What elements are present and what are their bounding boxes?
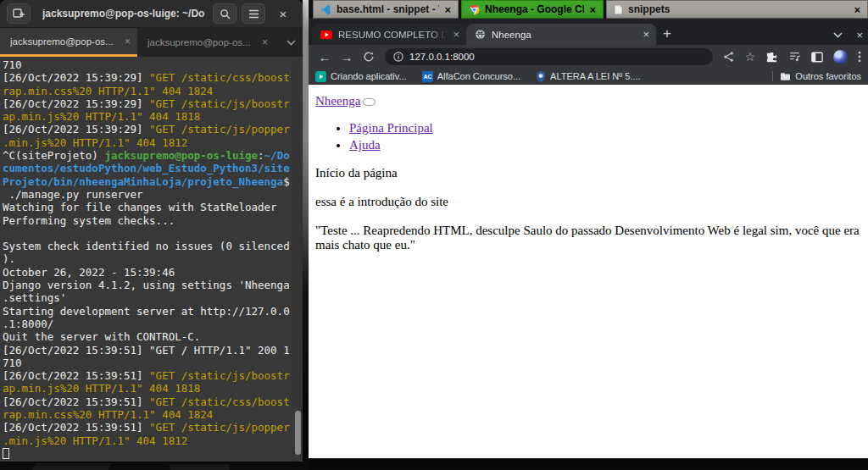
browser-tab-label: RESUMO COMPLETO DE HUNTE bbox=[338, 30, 447, 40]
terminal-line: rap.min.css%20 HTTP/1.1" 404 1824 bbox=[3, 85, 301, 97]
terminal-line: 710 bbox=[3, 58, 301, 71]
taskbar-window-label: Nheenga - Google Chrome bbox=[485, 3, 584, 15]
terminal-line: Quit the server with CONTROL-C. bbox=[3, 330, 301, 343]
side-panel-icon[interactable] bbox=[811, 52, 823, 63]
teal-play-icon bbox=[315, 71, 326, 82]
close-icon[interactable]: × bbox=[643, 28, 649, 41]
bookmark-item-1[interactable]: ACAlfaCon Concurso... bbox=[422, 71, 520, 82]
terminal-line: .1:8000/ bbox=[3, 318, 301, 330]
extensions-icon[interactable] bbox=[765, 51, 778, 64]
close-icon[interactable]: × bbox=[262, 36, 268, 48]
terminal-line: Projeto/bin/nheengaMinhaLoja/projeto_Nhe… bbox=[3, 175, 301, 188]
bookmark-label: AlfaCon Concurso... bbox=[437, 71, 520, 81]
terminal-line: Performing system checks... bbox=[3, 214, 301, 227]
taskbar-window-label: base.html - snippet - Visual ... bbox=[337, 3, 439, 15]
other-bookmarks-button[interactable]: Outros favoritos bbox=[780, 71, 861, 81]
bookmark-star-icon[interactable]: ☆ bbox=[744, 50, 755, 64]
taskbar-window-button-0[interactable]: base.html - snippet - Visual ...× bbox=[313, 0, 459, 19]
search-icon bbox=[220, 8, 231, 19]
terminal-line: [26/Oct/2022 15:39:51] "GET /static/css/… bbox=[3, 395, 301, 408]
terminal-cursor bbox=[3, 448, 9, 459]
bookmarks-bar: Criando aplicativ...ACAlfaCon Concurso..… bbox=[309, 69, 868, 85]
new-tab-icon bbox=[13, 8, 25, 19]
browser-tab-1[interactable]: Nheenga× bbox=[466, 24, 656, 45]
terminal-line: Watching for file changes with StatReloa… bbox=[3, 201, 301, 213]
terminal-line: System check identified no issues (0 sil… bbox=[3, 240, 301, 252]
page-nav-item-0: Página Principal bbox=[349, 121, 861, 135]
terminal-line: rap.min.css%20 HTTP/1.1" 404 1824 bbox=[3, 408, 301, 421]
terminal-line: ). bbox=[3, 252, 301, 265]
taskbar: base.html - snippet - Visual ...×Nheenga… bbox=[309, 0, 868, 19]
page-nav-list: Página PrincipalAjuda bbox=[315, 121, 861, 152]
broken-image-icon bbox=[363, 98, 376, 106]
terminal-scrollbar[interactable] bbox=[294, 57, 302, 462]
taskbar-window-button-2[interactable]: snippets× bbox=[606, 0, 868, 19]
chevron-down-icon bbox=[287, 40, 296, 46]
other-bookmarks-label: Outros favoritos bbox=[795, 71, 861, 81]
bookmark-item-2[interactable]: ALTERA A LEI Nº 5.... bbox=[536, 71, 641, 82]
page-paragraph-1: essa é a introdução do site bbox=[315, 195, 861, 209]
terminal-search-button[interactable] bbox=[213, 3, 236, 24]
kebab-menu-icon[interactable] bbox=[858, 51, 861, 63]
bookmark-item-0[interactable]: Criando aplicativ... bbox=[315, 71, 407, 82]
taskbar-window-button-1[interactable]: Nheenga - Google Chrome× bbox=[461, 0, 604, 19]
close-icon[interactable]: × bbox=[444, 3, 451, 16]
terminal-tab-label: jacksupremo@pop-os... bbox=[10, 36, 120, 47]
terminal-new-tab-button[interactable] bbox=[7, 3, 31, 24]
terminal-line: [26/Oct/2022 15:39:51] "GET / HTTP/1.1" … bbox=[3, 344, 301, 357]
alfacon-icon: AC bbox=[422, 71, 433, 82]
terminal-line: October 26, 2022 - 15:39:46 bbox=[3, 266, 301, 279]
terminal-tab-chevron[interactable] bbox=[287, 28, 296, 57]
forward-button[interactable]: → bbox=[337, 50, 356, 64]
close-icon[interactable]: × bbox=[125, 36, 131, 47]
desktop-wallpaper-gap bbox=[303, 0, 309, 470]
desktop: jacksupremo@pop-os-luige: ~/Documen... ×… bbox=[0, 0, 868, 470]
terminal-menu-button[interactable] bbox=[242, 3, 265, 24]
chrome-close-window-button[interactable]: × bbox=[856, 29, 863, 41]
terminal-close-button[interactable]: × bbox=[272, 3, 294, 24]
page-nav-link-0[interactable]: Página Principal bbox=[349, 121, 433, 135]
page-nav-link-1[interactable]: Ajuda bbox=[349, 138, 381, 152]
crest-icon bbox=[536, 71, 546, 82]
terminal-line: .min.js%20 HTTP/1.1" 404 1812 bbox=[3, 434, 301, 447]
site-home-link[interactable]: Nheenga bbox=[315, 94, 360, 108]
desktop-wallpaper-bottom bbox=[0, 462, 309, 470]
terminal-line: ./manage.py runserver bbox=[3, 188, 301, 201]
terminal-tab-0[interactable]: jacksupremo@pop-os...× bbox=[0, 28, 137, 57]
back-button[interactable]: ← bbox=[315, 50, 334, 64]
profile-avatar[interactable] bbox=[833, 50, 848, 64]
terminal-output[interactable]: 710[26/Oct/2022 15:39:29] "GET /static/c… bbox=[0, 57, 303, 462]
terminal-line: [26/Oct/2022 15:39:51] "GET /static/js/p… bbox=[3, 421, 301, 434]
terminal-line: [26/Oct/2022 15:39:29] "GET /static/js/p… bbox=[3, 123, 301, 135]
svg-text:AC: AC bbox=[423, 74, 431, 80]
taskbar-window-label: snippets bbox=[628, 3, 670, 15]
terminal-line: .settings' bbox=[3, 291, 301, 304]
tab-search-chevron-icon[interactable] bbox=[833, 32, 843, 38]
terminal-line: [26/Oct/2022 15:39:29] "GET /static/js/b… bbox=[3, 97, 301, 110]
chrome-toolbar: ← → 127.0.0.1:8000 bbox=[309, 45, 868, 69]
reload-icon bbox=[363, 51, 375, 63]
media-controls-icon[interactable] bbox=[788, 51, 801, 63]
reload-button[interactable] bbox=[359, 51, 378, 63]
share-icon[interactable] bbox=[723, 51, 734, 63]
terminal-scrollbar-thumb[interactable] bbox=[295, 411, 301, 455]
browser-tab-0[interactable]: RESUMO COMPLETO DE HUNTE× bbox=[312, 24, 466, 45]
terminal-line: ap.min.js%20 HTTP/1.1" 404 1818 bbox=[3, 382, 301, 395]
youtube-icon bbox=[320, 30, 332, 40]
terminal-line: ap.min.js%20 HTTP/1.1" 404 1818 bbox=[3, 110, 301, 123]
address-bar[interactable]: 127.0.0.1:8000 bbox=[385, 48, 713, 65]
bookmark-label: ALTERA A LEI Nº 5.... bbox=[550, 71, 641, 81]
chrome-new-tab-button[interactable]: + bbox=[663, 25, 671, 42]
terminal-line: ^C(siteProjeto) jacksupremo@pop-os-luige… bbox=[3, 149, 301, 162]
close-icon[interactable]: × bbox=[453, 28, 459, 41]
terminal-line: .min.js%20 HTTP/1.1" 404 1812 bbox=[3, 136, 301, 149]
terminal-line: [26/Oct/2022 15:39:51] "GET /static/js/b… bbox=[3, 369, 301, 382]
chrome-icon bbox=[469, 4, 480, 15]
site-info-icon[interactable] bbox=[393, 52, 403, 62]
terminal-tab-1[interactable]: jacksupremo@pop-os...× bbox=[137, 28, 275, 57]
close-icon[interactable]: × bbox=[854, 3, 860, 16]
close-icon[interactable]: × bbox=[589, 3, 596, 16]
terminal-titlebar[interactable]: jacksupremo@pop-os-luige: ~/Documen... × bbox=[0, 0, 303, 28]
terminal-line: [26/Oct/2022 15:39:29] "GET /static/css/… bbox=[3, 71, 301, 84]
chrome-tabstrip: RESUMO COMPLETO DE HUNTE×Nheenga×+ × bbox=[309, 19, 868, 45]
